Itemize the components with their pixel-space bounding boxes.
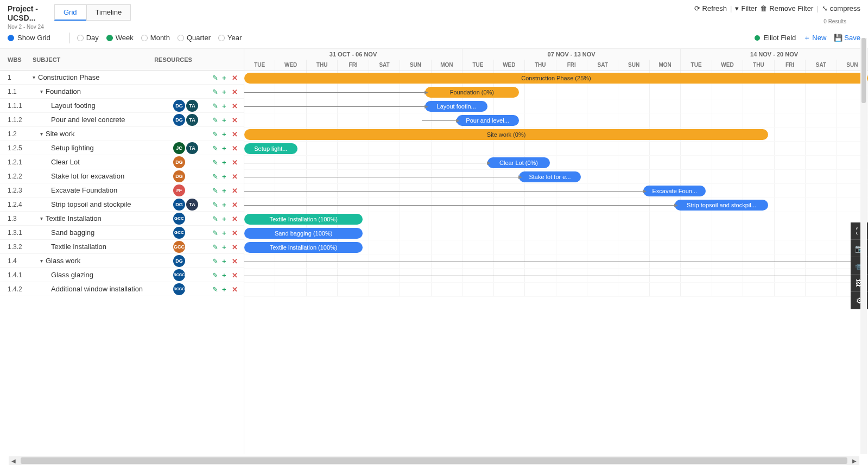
avatar[interactable]: DG [173,170,185,182]
caret-icon[interactable]: ▾ [40,88,46,94]
caret-icon[interactable]: ▾ [40,131,46,137]
edit-icon[interactable]: ✎ [212,88,220,95]
gantt-bar[interactable]: Layout footin... [425,101,487,112]
avatar[interactable]: RCGC [173,283,185,295]
table-row[interactable]: 1.1▾Foundation✎+✕ [0,85,244,99]
add-icon[interactable]: + [222,271,230,279]
delete-icon[interactable]: ✕ [232,173,239,180]
add-icon[interactable]: + [222,102,230,110]
avatar[interactable]: TA [186,199,198,211]
delete-icon[interactable]: ✕ [232,158,239,166]
add-icon[interactable]: + [222,144,230,152]
add-icon[interactable]: + [222,116,230,124]
edit-icon[interactable]: ✎ [212,74,220,81]
add-icon[interactable]: + [222,243,230,251]
delete-icon[interactable]: ✕ [232,229,239,237]
avatar[interactable]: GCC [173,241,185,253]
edit-icon[interactable]: ✎ [212,243,220,251]
avatar[interactable]: JC [173,142,185,154]
gantt-bar[interactable]: Textile Installation (100%) [244,214,363,225]
edit-icon[interactable]: ✎ [212,201,220,208]
add-icon[interactable]: + [222,130,230,138]
table-row[interactable]: 1.3.1Sand baggingGCC✎+✕ [0,226,244,240]
avatar[interactable]: DG [173,156,185,168]
add-icon[interactable]: + [222,285,230,293]
caret-icon[interactable]: ▾ [40,215,46,221]
delete-icon[interactable]: ✕ [232,243,239,251]
delete-icon[interactable]: ✕ [232,144,239,152]
gantt-bar[interactable]: Site work (0%) [244,129,768,140]
gantt-bar[interactable]: Pour and level... [457,115,519,126]
add-icon[interactable]: + [222,201,230,208]
scale-week[interactable]: Week [106,34,134,42]
avatar[interactable]: DG [173,114,185,126]
add-icon[interactable]: + [222,74,230,81]
edit-icon[interactable]: ✎ [212,102,220,110]
tab-grid[interactable]: Grid [54,4,86,21]
delete-icon[interactable]: ✕ [232,74,239,81]
edit-icon[interactable]: ✎ [212,271,220,279]
table-row[interactable]: 1.1.1Layout footingDGTA✎+✕ [0,99,244,113]
delete-icon[interactable]: ✕ [232,285,239,293]
avatar[interactable]: #F [173,184,185,196]
avatar[interactable]: TA [186,142,198,154]
table-row[interactable]: 1.4▾Glass workDG✎+✕ [0,254,244,268]
tab-timeline[interactable]: Timeline [86,4,131,21]
table-row[interactable]: 1.2▾Site work✎+✕ [0,127,244,141]
add-icon[interactable]: + [222,88,230,95]
add-icon[interactable]: + [222,187,230,194]
delete-icon[interactable]: ✕ [232,187,239,194]
edit-icon[interactable]: ✎ [212,187,220,194]
add-icon[interactable]: + [222,229,230,237]
delete-icon[interactable]: ✕ [232,116,239,124]
new-button[interactable]: ＋New [803,33,826,43]
edit-icon[interactable]: ✎ [212,215,220,222]
edit-icon[interactable]: ✎ [212,173,220,180]
avatar[interactable]: GCC [173,227,185,239]
table-row[interactable]: 1.2.3Excavate Foundation#F✎+✕ [0,183,244,198]
avatar[interactable]: RCGC [173,269,185,281]
add-icon[interactable]: + [222,215,230,222]
edit-icon[interactable]: ✎ [212,158,220,166]
table-row[interactable]: 1.4.1Glass glazingRCGC✎+✕ [0,268,244,282]
save-button[interactable]: 💾Save [834,34,860,42]
table-row[interactable]: 1.2.5Setup lightingJCTA✎+✕ [0,141,244,155]
add-icon[interactable]: + [222,257,230,265]
compress-button[interactable]: ⤡compress [822,4,860,12]
gantt-bar[interactable]: Textile installation (100%) [244,242,363,253]
delete-icon[interactable]: ✕ [232,130,239,138]
table-row[interactable]: 1.2.1Clear LotDG✎+✕ [0,155,244,169]
scale-month[interactable]: Month [141,34,170,42]
show-grid-toggle[interactable]: Show Grid [8,34,50,42]
scale-day[interactable]: Day [77,34,99,42]
edit-icon[interactable]: ✎ [212,116,220,124]
gantt-bar[interactable]: Excavate Foun... [643,186,706,196]
avatar[interactable]: TA [186,114,198,126]
edit-icon[interactable]: ✎ [212,130,220,138]
table-row[interactable]: 1.3.2Textile installationGCC✎+✕ [0,240,244,254]
avatar[interactable]: DG [173,100,185,112]
gantt-bar[interactable]: Setup light... [244,143,297,154]
refresh-button[interactable]: ⟳Refresh [694,4,727,12]
edit-icon[interactable]: ✎ [212,229,220,237]
avatar[interactable]: DG [173,255,185,267]
edit-icon[interactable]: ✎ [212,285,220,293]
delete-icon[interactable]: ✕ [232,88,239,95]
gantt-bar[interactable]: Foundation (0%) [425,87,518,98]
table-row[interactable]: 1.2.2Stake lot for excavationDG✎+✕ [0,169,244,183]
table-row[interactable]: 1.2.4Strip topsoil and stockpileDGTA✎+✕ [0,198,244,212]
edit-icon[interactable]: ✎ [212,257,220,265]
avatar[interactable]: TA [186,100,198,112]
add-icon[interactable]: + [222,173,230,180]
gantt-bar[interactable]: Construction Phase (25%) [244,73,868,84]
gantt-bar[interactable]: Stake lot for e... [519,171,581,182]
delete-icon[interactable]: ✕ [232,102,239,110]
add-icon[interactable]: + [222,158,230,166]
table-row[interactable]: 1.3▾Textile InstallationGCC✎+✕ [0,212,244,226]
table-row[interactable]: 1.1.2Pour and level concreteDGTA✎+✕ [0,113,244,127]
caret-icon[interactable]: ▾ [40,258,46,264]
delete-icon[interactable]: ✕ [232,201,239,208]
gantt-bar[interactable]: Strip topsoil and stockpil... [675,200,768,211]
delete-icon[interactable]: ✕ [232,257,239,265]
caret-icon[interactable]: ▾ [33,74,38,80]
